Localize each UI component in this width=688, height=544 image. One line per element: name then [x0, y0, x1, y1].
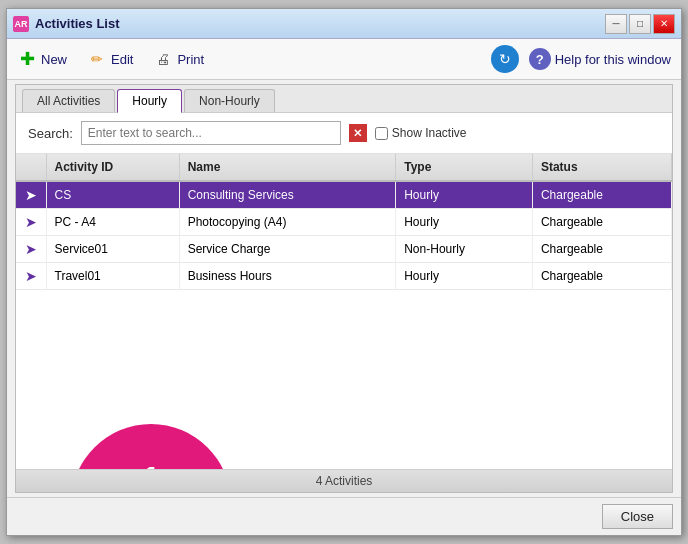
refresh-button[interactable]: ↻: [491, 45, 519, 73]
row-arrow-cell: ➤: [16, 263, 46, 290]
create-activities-badge: 1 Create activities: [71, 424, 231, 469]
table-row[interactable]: ➤CSConsulting ServicesHourlyChargeable: [16, 181, 672, 209]
row-arrow-icon: ➤: [25, 214, 37, 230]
col-arrow: [16, 154, 46, 181]
toolbar: ✚ New ✏ Edit 🖨 Print ↻ ? Help for this w…: [7, 39, 681, 80]
search-input[interactable]: [81, 121, 341, 145]
table-area: Activity ID Name Type Status ➤CSConsulti…: [16, 154, 672, 469]
row-type: Non-Hourly: [396, 236, 533, 263]
col-name[interactable]: Name: [179, 154, 396, 181]
close-button[interactable]: Close: [602, 504, 673, 529]
row-type: Hourly: [396, 263, 533, 290]
tab-hourly[interactable]: Hourly: [117, 89, 182, 113]
row-id: Travel01: [46, 263, 179, 290]
window-controls: ─ □ ✕: [605, 14, 675, 34]
help-icon: ?: [529, 48, 551, 70]
clear-search-button[interactable]: ✕: [349, 124, 367, 142]
row-status: Chargeable: [532, 209, 671, 236]
row-name: Service Charge: [179, 236, 396, 263]
table-row[interactable]: ➤Service01Service ChargeNon-HourlyCharge…: [16, 236, 672, 263]
new-button[interactable]: ✚ New: [17, 49, 67, 69]
col-type[interactable]: Type: [396, 154, 533, 181]
row-id: PC - A4: [46, 209, 179, 236]
show-inactive-checkbox[interactable]: [375, 127, 388, 140]
app-icon: AR: [13, 16, 29, 32]
help-button[interactable]: ? Help for this window: [529, 48, 671, 70]
content-area: All Activities Hourly Non-Hourly Search:…: [15, 84, 673, 493]
row-arrow-icon: ➤: [25, 187, 37, 203]
col-activity-id[interactable]: Activity ID: [46, 154, 179, 181]
tab-non-hourly[interactable]: Non-Hourly: [184, 89, 275, 112]
new-label: New: [41, 52, 67, 67]
activity-count: 4 Activities: [316, 474, 373, 488]
row-status: Chargeable: [532, 181, 671, 209]
col-status[interactable]: Status: [532, 154, 671, 181]
row-status: Chargeable: [532, 263, 671, 290]
activities-table: Activity ID Name Type Status ➤CSConsulti…: [16, 154, 672, 290]
print-button[interactable]: 🖨 Print: [153, 49, 204, 69]
tab-all-activities[interactable]: All Activities: [22, 89, 115, 112]
window-close-button[interactable]: ✕: [653, 14, 675, 34]
row-type: Hourly: [396, 181, 533, 209]
title-bar: AR Activities List ─ □ ✕: [7, 9, 681, 39]
help-label: Help for this window: [555, 52, 671, 67]
row-arrow-icon: ➤: [25, 268, 37, 284]
row-status: Chargeable: [532, 236, 671, 263]
row-name: Consulting Services: [179, 181, 396, 209]
row-name: Photocopying (A4): [179, 209, 396, 236]
main-window: AR Activities List ─ □ ✕ ✚ New ✏ Edit 🖨 …: [6, 8, 682, 536]
row-name: Business Hours: [179, 263, 396, 290]
status-bar: 4 Activities: [16, 469, 672, 492]
window-title: Activities List: [35, 16, 605, 31]
row-arrow-cell: ➤: [16, 181, 46, 209]
row-arrow-icon: ➤: [25, 241, 37, 257]
minimize-button[interactable]: ─: [605, 14, 627, 34]
row-type: Hourly: [396, 209, 533, 236]
edit-icon: ✏: [87, 49, 107, 69]
tabs-row: All Activities Hourly Non-Hourly: [16, 85, 672, 113]
print-label: Print: [177, 52, 204, 67]
show-inactive-label[interactable]: Show Inactive: [375, 126, 467, 140]
edit-button[interactable]: ✏ Edit: [87, 49, 133, 69]
maximize-button[interactable]: □: [629, 14, 651, 34]
edit-label: Edit: [111, 52, 133, 67]
search-row: Search: ✕ Show Inactive: [16, 113, 672, 154]
table-row[interactable]: ➤Travel01Business HoursHourlyChargeable: [16, 263, 672, 290]
row-id: CS: [46, 181, 179, 209]
badge-number: 1: [141, 463, 161, 469]
row-id: Service01: [46, 236, 179, 263]
search-label: Search:: [28, 126, 73, 141]
new-icon: ✚: [17, 49, 37, 69]
row-arrow-cell: ➤: [16, 209, 46, 236]
table-row[interactable]: ➤PC - A4Photocopying (A4)HourlyChargeabl…: [16, 209, 672, 236]
print-icon: 🖨: [153, 49, 173, 69]
toolbar-right: ↻ ? Help for this window: [491, 45, 671, 73]
row-arrow-cell: ➤: [16, 236, 46, 263]
window-footer: Close: [7, 497, 681, 535]
